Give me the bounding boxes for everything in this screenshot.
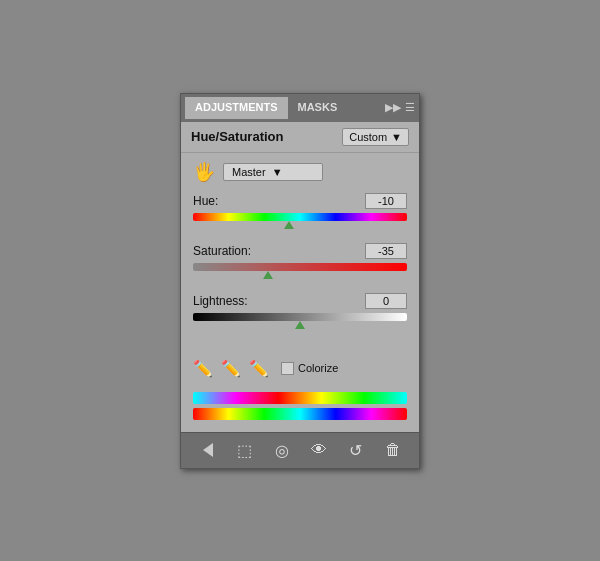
colorize-label: Colorize — [298, 362, 338, 374]
eyedropper2-icon[interactable]: ✏️ — [221, 359, 241, 378]
bottom-toolbar: ⬚ ◎ 👁 ↺ 🗑 — [181, 432, 419, 468]
select-icon: ⬚ — [237, 441, 252, 460]
spectrum-section — [181, 386, 419, 432]
channel-row: 🖐 Master ▼ — [193, 161, 407, 183]
back-button[interactable] — [195, 437, 221, 463]
hue-label-row: Hue: — [193, 193, 407, 209]
hue-track-wrap[interactable] — [193, 211, 407, 229]
header-row: Hue/Saturation Custom ▼ — [181, 122, 419, 153]
tools-row: ✏️ ✏️ ✏️ Colorize — [181, 351, 419, 386]
hue-group: Hue: — [193, 193, 407, 229]
spectrum-bottom-bar — [193, 408, 407, 420]
saturation-group: Saturation: — [193, 243, 407, 279]
sat-track[interactable] — [193, 263, 407, 271]
lightness-group: Lightness: — [193, 293, 407, 329]
channel-label: Master — [232, 166, 266, 178]
select-button[interactable]: ⬚ — [232, 437, 258, 463]
tab-adjustments[interactable]: ADJUSTMENTS — [185, 97, 288, 119]
light-track-wrap[interactable] — [193, 311, 407, 329]
panel-title: Hue/Saturation — [191, 129, 283, 144]
channel-dropdown[interactable]: Master ▼ — [223, 163, 323, 181]
sat-label-row: Saturation: — [193, 243, 407, 259]
circle-button[interactable]: ◎ — [269, 437, 295, 463]
reset-icon: ↺ — [349, 441, 362, 460]
tab-masks[interactable]: MASKS — [288, 97, 348, 119]
sat-track-wrap[interactable] — [193, 261, 407, 279]
back-icon — [203, 443, 213, 457]
sat-label: Saturation: — [193, 244, 251, 258]
preset-arrow-icon: ▼ — [391, 131, 402, 143]
colorize-wrap: Colorize — [281, 362, 338, 375]
menu-icon[interactable]: ☰ — [405, 101, 415, 114]
light-label: Lightness: — [193, 294, 248, 308]
channel-arrow-icon: ▼ — [272, 166, 283, 178]
forward-icon[interactable]: ▶▶ — [385, 101, 401, 114]
channel-icon: 🖐 — [193, 161, 215, 183]
hue-label: Hue: — [193, 194, 218, 208]
reset-button[interactable]: ↺ — [343, 437, 369, 463]
hue-track[interactable] — [193, 213, 407, 221]
delete-button[interactable]: 🗑 — [380, 437, 406, 463]
light-label-row: Lightness: — [193, 293, 407, 309]
hue-value[interactable] — [365, 193, 407, 209]
light-value[interactable] — [365, 293, 407, 309]
spectrum-top-bar — [193, 392, 407, 404]
eyedropper3-icon[interactable]: ✏️ — [249, 359, 269, 378]
preset-dropdown[interactable]: Custom ▼ — [342, 128, 409, 146]
tab-icons: ▶▶ ☰ — [385, 101, 415, 114]
eye-button[interactable]: 👁 — [306, 437, 332, 463]
hue-thumb[interactable] — [284, 221, 294, 229]
eye-icon: 👁 — [311, 441, 327, 459]
delete-icon: 🗑 — [385, 441, 401, 459]
sat-thumb[interactable] — [263, 271, 273, 279]
circle-icon: ◎ — [275, 441, 289, 460]
sat-value[interactable] — [365, 243, 407, 259]
light-track[interactable] — [193, 313, 407, 321]
preset-label: Custom — [349, 131, 387, 143]
colorize-checkbox[interactable] — [281, 362, 294, 375]
light-thumb[interactable] — [295, 321, 305, 329]
eyedropper1-icon[interactable]: ✏️ — [193, 359, 213, 378]
adjustments-panel: ADJUSTMENTS MASKS ▶▶ ☰ Hue/Saturation Cu… — [180, 93, 420, 469]
tab-bar: ADJUSTMENTS MASKS ▶▶ ☰ — [181, 94, 419, 122]
content-area: 🖐 Master ▼ Hue: Saturation: — [181, 153, 419, 351]
